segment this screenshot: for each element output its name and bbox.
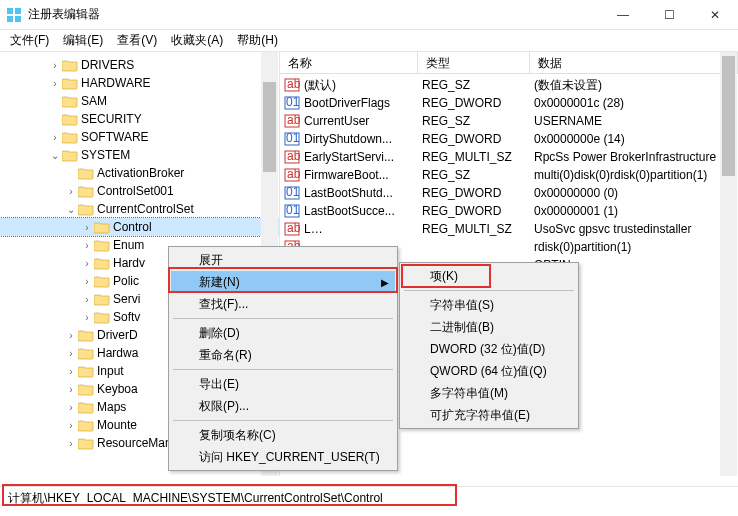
folder-icon xyxy=(78,400,94,414)
folder-icon xyxy=(62,112,78,126)
folder-icon xyxy=(94,256,110,270)
ctx-item[interactable]: 展开 xyxy=(171,249,395,271)
tree-item[interactable]: ActivationBroker xyxy=(0,164,279,182)
svg-text:011: 011 xyxy=(286,185,300,199)
col-name[interactable]: 名称 xyxy=(280,52,418,73)
ctx-label: 新建(N) xyxy=(199,274,240,291)
tree-item[interactable]: ›HARDWARE xyxy=(0,74,279,92)
tree-item[interactable]: ›ControlSet001 xyxy=(0,182,279,200)
ctx-item[interactable]: 多字符串值(M) xyxy=(402,382,576,404)
col-type[interactable]: 类型 xyxy=(418,52,530,73)
list-row[interactable]: abFirmwareBoot...REG_SZmulti(0)disk(0)rd… xyxy=(280,166,738,184)
list-row[interactable]: 011DirtyShutdown...REG_DWORD0x0000000e (… xyxy=(280,130,738,148)
menu-edit[interactable]: 编辑(E) xyxy=(57,30,109,51)
ctx-label: 二进制值(B) xyxy=(430,319,494,336)
menu-bar: 文件(F) 编辑(E) 查看(V) 收藏夹(A) 帮助(H) xyxy=(0,30,738,52)
value-icon: ab xyxy=(284,149,300,165)
ctx-item[interactable]: 字符串值(S) xyxy=(402,294,576,316)
list-row[interactable]: ab(默认)REG_SZ(数值未设置) xyxy=(280,76,738,94)
ctx-item[interactable]: 二进制值(B) xyxy=(402,316,576,338)
tree-item[interactable]: ›Control xyxy=(0,218,279,236)
expand-icon[interactable]: › xyxy=(80,276,94,287)
tree-item[interactable]: SECURITY xyxy=(0,110,279,128)
ctx-item[interactable]: 删除(D) xyxy=(171,322,395,344)
ctx-label: 复制项名称(C) xyxy=(199,427,276,444)
close-button[interactable]: ✕ xyxy=(692,0,738,30)
list-scrollbar[interactable] xyxy=(720,52,737,476)
ctx-item[interactable]: 新建(N)▶ xyxy=(171,271,395,293)
context-menu: 展开新建(N)▶查找(F)...删除(D)重命名(R)导出(E)权限(P)...… xyxy=(168,246,398,471)
tree-label: SYSTEM xyxy=(81,148,130,162)
ctx-item[interactable]: 访问 HKEY_CURRENT_USER(T) xyxy=(171,446,395,468)
title-bar: 注册表编辑器 — ☐ ✕ xyxy=(0,0,738,30)
expand-icon[interactable]: › xyxy=(80,312,94,323)
tree-item[interactable]: SAM xyxy=(0,92,279,110)
svg-rect-2 xyxy=(7,16,13,22)
expand-icon[interactable]: › xyxy=(64,330,78,341)
svg-text:ab: ab xyxy=(287,167,300,181)
value-data: USERNAME xyxy=(530,114,738,128)
list-row[interactable]: abEarlyStartServi...REG_MULTI_SZRpcSs Po… xyxy=(280,148,738,166)
expand-icon[interactable]: › xyxy=(48,78,62,89)
svg-text:ab: ab xyxy=(287,221,300,235)
maximize-button[interactable]: ☐ xyxy=(646,0,692,30)
ctx-label: 删除(D) xyxy=(199,325,240,342)
expand-icon[interactable]: › xyxy=(64,420,78,431)
tree-item[interactable]: ⌄SYSTEM xyxy=(0,146,279,164)
ctx-item[interactable]: 复制项名称(C) xyxy=(171,424,395,446)
value-icon: 011 xyxy=(284,95,300,111)
expand-icon[interactable]: › xyxy=(64,402,78,413)
value-type: REG_DWORD xyxy=(418,204,530,218)
expand-icon[interactable]: › xyxy=(64,366,78,377)
folder-icon xyxy=(62,58,78,72)
list-row[interactable]: 011LastBootSucce...REG_DWORD0x00000001 (… xyxy=(280,202,738,220)
value-data: RpcSs Power BrokerInfrastructure S xyxy=(530,150,738,164)
ctx-item[interactable]: 可扩充字符串值(E) xyxy=(402,404,576,426)
ctx-label: 展开 xyxy=(199,252,223,269)
ctx-item[interactable]: DWORD (32 位)值(D) xyxy=(402,338,576,360)
ctx-label: 权限(P)... xyxy=(199,398,249,415)
ctx-item[interactable]: 权限(P)... xyxy=(171,395,395,417)
menu-file[interactable]: 文件(F) xyxy=(4,30,55,51)
expand-icon[interactable]: › xyxy=(80,240,94,251)
minimize-button[interactable]: — xyxy=(600,0,646,30)
expand-icon[interactable]: › xyxy=(64,186,78,197)
folder-icon xyxy=(94,220,110,234)
list-row[interactable]: abCurrentUserREG_SZUSERNAME xyxy=(280,112,738,130)
tree-label: DRIVERS xyxy=(81,58,134,72)
tree-label: Servi xyxy=(113,292,140,306)
expand-icon[interactable]: › xyxy=(80,222,94,233)
expand-icon[interactable]: › xyxy=(48,132,62,143)
value-name: BootDriverFlags xyxy=(304,96,390,110)
menu-view[interactable]: 查看(V) xyxy=(111,30,163,51)
expand-icon[interactable]: › xyxy=(80,294,94,305)
value-data: UsoSvc gpsvc trustedinstaller xyxy=(530,222,738,236)
expand-icon[interactable]: ⌄ xyxy=(64,204,78,215)
menu-favorites[interactable]: 收藏夹(A) xyxy=(165,30,229,51)
expand-icon[interactable]: › xyxy=(80,258,94,269)
svg-rect-1 xyxy=(15,8,21,14)
col-data[interactable]: 数据 xyxy=(530,52,738,73)
ctx-item[interactable]: QWORD (64 位)值(Q) xyxy=(402,360,576,382)
svg-text:ab: ab xyxy=(287,149,300,163)
list-row[interactable]: abL…REG_MULTI_SZUsoSvc gpsvc trustedinst… xyxy=(280,220,738,238)
expand-icon[interactable]: › xyxy=(64,438,78,449)
list-row[interactable]: 011LastBootShutd...REG_DWORD0x00000000 (… xyxy=(280,184,738,202)
menu-help[interactable]: 帮助(H) xyxy=(231,30,284,51)
tree-item[interactable]: ›SOFTWARE xyxy=(0,128,279,146)
ctx-item[interactable]: 查找(F)... xyxy=(171,293,395,315)
expand-icon[interactable]: › xyxy=(64,348,78,359)
tree-item[interactable]: ›DRIVERS xyxy=(0,56,279,74)
list-row[interactable]: 011BootDriverFlagsREG_DWORD0x0000001c (2… xyxy=(280,94,738,112)
tree-item[interactable]: ⌄CurrentControlSet xyxy=(0,200,279,218)
ctx-item[interactable]: 项(K) xyxy=(402,265,576,287)
value-icon: ab xyxy=(284,221,300,237)
expand-icon[interactable]: › xyxy=(48,60,62,71)
tree-label: Enum xyxy=(113,238,144,252)
expand-icon[interactable]: › xyxy=(64,384,78,395)
folder-icon xyxy=(78,166,94,180)
ctx-item[interactable]: 重命名(R) xyxy=(171,344,395,366)
ctx-item[interactable]: 导出(E) xyxy=(171,373,395,395)
folder-icon xyxy=(62,148,78,162)
expand-icon[interactable]: ⌄ xyxy=(48,150,62,161)
